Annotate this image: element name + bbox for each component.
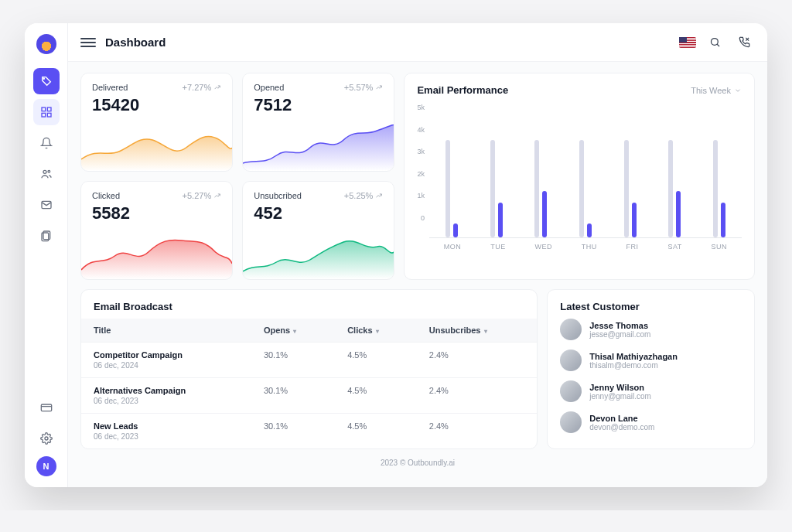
sidebar-item-settings[interactable] <box>33 425 60 452</box>
stat-card-opened: Opened +5.57% 7512 <box>242 73 394 172</box>
stat-card-delivered: Delivered +7.27% 15420 <box>80 73 233 172</box>
col-opens[interactable]: Opens ▾ <box>251 319 335 343</box>
svg-point-13 <box>711 39 718 46</box>
user-avatar-button[interactable]: N <box>36 456 56 476</box>
stat-delta: +5.57% <box>344 83 384 92</box>
sidebar-item-users[interactable] <box>33 161 60 187</box>
sparkline-delivered <box>81 124 232 171</box>
stat-value: 7512 <box>254 95 383 115</box>
page-title: Dashboard <box>105 36 166 49</box>
chevron-down-icon <box>734 87 742 94</box>
svg-point-5 <box>43 170 46 173</box>
customers-title: Latest Customer <box>548 290 754 319</box>
search-icon <box>709 36 721 48</box>
trend-up-icon <box>375 192 383 200</box>
sidebar-item-billing[interactable] <box>33 394 60 421</box>
search-button[interactable] <box>704 32 725 53</box>
sidebar-nav <box>33 68 60 394</box>
sidebar-item-notifications[interactable] <box>33 130 60 156</box>
sparkline-unsubscribed <box>243 233 394 279</box>
bar-group <box>713 140 725 237</box>
stat-card-clicked: Clicked +5.27% 5582 <box>80 181 233 280</box>
latest-customer-card: Latest Customer Jesse Thomasjesse@gmail.… <box>547 289 755 449</box>
topbar: Dashboard <box>68 23 767 62</box>
sidebar-item-dashboard[interactable] <box>33 99 60 125</box>
customer-item[interactable]: Thisal Mathiyazhaganthisalm@demo.com <box>560 350 742 371</box>
sparkline-clicked <box>81 233 232 279</box>
col-unsubs[interactable]: Unsubcribes ▾ <box>417 319 537 343</box>
avatar <box>560 380 582 402</box>
sidebar-item-mail[interactable] <box>33 192 60 218</box>
col-title[interactable]: Title <box>81 319 251 343</box>
svg-rect-4 <box>47 113 51 117</box>
stat-label: Opened <box>254 83 284 92</box>
stat-label: Clicked <box>92 191 120 200</box>
email-broadcast-card: Email Broadcast Title Opens ▾ Clicks ▾ U… <box>80 289 538 449</box>
sidebar: N <box>25 23 68 487</box>
bar-group <box>624 140 637 237</box>
sparkline-opened <box>243 124 394 171</box>
sidebar-bottom: N <box>33 394 60 476</box>
table-row[interactable]: Alternatives Campaign06 dec, 202330.1%4.… <box>81 378 537 414</box>
sidebar-item-tag[interactable] <box>33 68 60 94</box>
sort-icon: ▾ <box>292 328 296 335</box>
svg-rect-1 <box>42 107 46 111</box>
bar-group <box>579 140 592 237</box>
customer-item[interactable]: Devon Lanedevon@demo.com <box>560 411 742 433</box>
stat-label: Delivered <box>92 83 128 92</box>
bar-group <box>534 140 547 237</box>
table-row[interactable]: Competitor Campaign06 dec, 202430.1%4.5%… <box>81 343 537 378</box>
language-flag-icon[interactable] <box>679 37 696 48</box>
svg-rect-10 <box>41 404 51 411</box>
stat-label: Unsubcribed <box>254 191 302 200</box>
bar-group <box>668 140 681 237</box>
call-button[interactable] <box>733 32 755 53</box>
stat-delta: +5.27% <box>183 191 222 200</box>
perf-range-dropdown[interactable]: This Week <box>691 86 742 95</box>
app-window: N Dashboard Delivered <box>25 23 767 487</box>
bar-group <box>490 140 503 237</box>
customer-item[interactable]: Jenny Wilsonjenny@gmail.com <box>560 380 742 402</box>
logo-icon <box>36 34 56 54</box>
footer-text: 2023 © Outboundly.ai <box>80 449 755 479</box>
svg-line-14 <box>717 44 719 46</box>
broadcast-table: Title Opens ▾ Clicks ▾ Unsubcribes ▾ Com… <box>81 319 537 448</box>
trend-up-icon <box>375 84 383 91</box>
stat-delta: +7.27% <box>183 83 222 92</box>
menu-toggle-icon[interactable] <box>80 38 96 47</box>
svg-point-0 <box>43 78 44 79</box>
avatar <box>560 411 582 433</box>
svg-point-6 <box>48 170 50 172</box>
email-performance-card: Email Performance This Week 5k4k3k2k1k0 … <box>404 73 755 280</box>
trend-up-icon <box>213 192 221 200</box>
trend-up-icon <box>213 84 221 91</box>
avatar <box>560 350 582 371</box>
main: Dashboard Delivered +7.27% <box>68 23 767 487</box>
stat-value: 452 <box>254 203 383 223</box>
bar-group <box>446 140 458 237</box>
customer-item[interactable]: Jesse Thomasjesse@gmail.com <box>560 319 742 340</box>
col-clicks[interactable]: Clicks ▾ <box>335 319 417 343</box>
phone-icon <box>739 36 750 48</box>
sort-icon: ▾ <box>374 328 379 335</box>
svg-point-12 <box>45 437 48 440</box>
stat-value: 5582 <box>92 203 221 223</box>
table-row[interactable]: New Leads06 dec, 202330.1%4.5%2.4% <box>81 414 537 449</box>
perf-chart: 5k4k3k2k1k0 MONTUEWEDTHUFRISATSUN <box>417 104 742 251</box>
topbar-actions <box>679 32 755 53</box>
perf-title: Email Performance <box>417 84 508 96</box>
avatar <box>560 319 582 340</box>
sidebar-item-templates[interactable] <box>33 223 60 249</box>
broadcast-title: Email Broadcast <box>81 290 537 319</box>
stat-value: 15420 <box>92 95 221 115</box>
sort-icon: ▾ <box>482 328 486 335</box>
stat-delta: +5.25% <box>344 191 384 200</box>
svg-rect-2 <box>47 107 51 111</box>
stat-card-unsubscribed: Unsubcribed +5.25% 452 <box>242 181 394 280</box>
svg-rect-3 <box>42 113 46 117</box>
content: Delivered +7.27% 15420 Clicked +5.27% <box>68 62 767 487</box>
